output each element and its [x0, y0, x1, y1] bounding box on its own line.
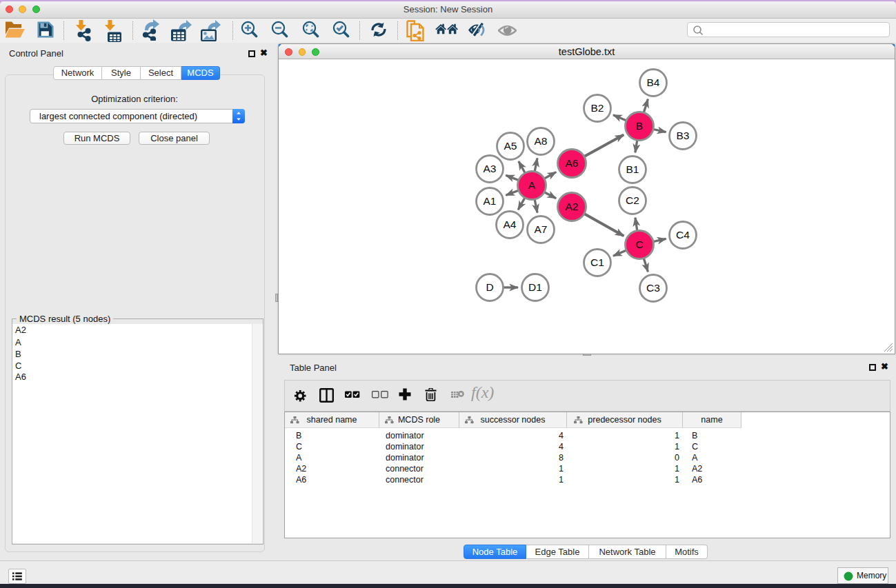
svg-text:D1: D1: [528, 281, 542, 293]
svg-text:B: B: [636, 120, 643, 132]
svg-text:A7: A7: [535, 223, 548, 235]
svg-text:A6: A6: [566, 157, 579, 169]
svg-text:B1: B1: [626, 163, 639, 175]
svg-text:A3: A3: [484, 163, 497, 174]
svg-text:C4: C4: [676, 229, 690, 241]
svg-text:B4: B4: [647, 77, 660, 88]
svg-text:A2: A2: [566, 201, 579, 212]
svg-text:C1: C1: [590, 256, 604, 268]
svg-text:C: C: [635, 239, 643, 250]
svg-text:A8: A8: [535, 135, 548, 147]
svg-text:A1: A1: [484, 195, 497, 207]
svg-text:C3: C3: [646, 282, 660, 294]
svg-text:C2: C2: [626, 194, 639, 206]
svg-text:D: D: [486, 281, 493, 293]
svg-text:A5: A5: [504, 140, 517, 152]
svg-text:A: A: [528, 179, 536, 191]
svg-text:A4: A4: [504, 219, 517, 230]
svg-text:B2: B2: [591, 102, 604, 114]
svg-text:B3: B3: [677, 130, 690, 141]
